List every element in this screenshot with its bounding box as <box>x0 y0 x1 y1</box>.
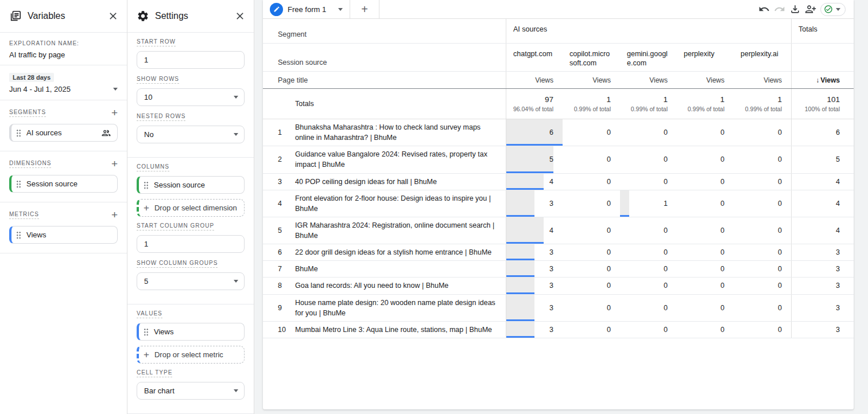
columns-label: COLUMNS <box>137 163 169 171</box>
chevron-down-icon <box>234 389 238 392</box>
views-value: 0 <box>677 128 734 136</box>
values-dropzone[interactable]: + Drop or select metric <box>137 346 245 364</box>
views-header-perplexity[interactable]: Views <box>677 72 734 88</box>
plus-icon: + <box>144 349 149 361</box>
views-value: 0 <box>563 304 620 312</box>
views-header-gemini.google.com[interactable]: Views <box>620 72 677 88</box>
drag-handle-icon[interactable] <box>16 231 21 239</box>
nested-rows-select[interactable]: No <box>137 126 245 143</box>
download-icon[interactable] <box>789 3 801 15</box>
add-segment-button[interactable]: + <box>111 107 118 118</box>
views-header-copilot.microsoft.com[interactable]: Views <box>563 72 620 88</box>
variables-icon <box>9 10 22 22</box>
views-value: 0 <box>734 200 791 208</box>
page-title-cell: Bhunaksha Maharashtra : How to check lan… <box>295 122 500 143</box>
row-header-cell: 1Bhunaksha Maharashtra : How to check la… <box>263 119 506 146</box>
start-column-group-input[interactable]: 1 <box>137 235 245 253</box>
views-value: 0 <box>734 226 791 235</box>
values-chip-label: Views <box>154 327 238 336</box>
views-header-perplexity.ai[interactable]: Views <box>734 72 791 88</box>
values-chip-views[interactable]: Views <box>137 323 245 341</box>
row-index: 7 <box>278 265 295 273</box>
table-row: 10Mumbai Metro Line 3: Aqua Line route, … <box>263 322 854 338</box>
table-body: 1Bhunaksha Maharashtra : How to check la… <box>263 119 854 338</box>
table-row: 4Front elevation for 2-floor house: Desi… <box>263 190 854 217</box>
row-total-cell: 3 <box>791 295 854 321</box>
views-value: 0 <box>563 128 620 136</box>
views-value: 3 <box>506 265 563 273</box>
views-value: 0 <box>620 248 677 256</box>
views-value: 0 <box>620 282 677 290</box>
views-value: 0 <box>734 265 791 273</box>
totals-value: 1 <box>720 95 724 104</box>
source-header-chatgpt.com[interactable]: chatgpt.com <box>506 44 563 71</box>
views-value: 0 <box>734 155 791 163</box>
cell-type-select[interactable]: Bar chart <box>137 382 245 400</box>
status-pill-button[interactable] <box>820 3 846 16</box>
variables-panel-title: Variables <box>28 11 107 21</box>
row-header-cell: 2Guidance value Bangalore 2024: Revised … <box>263 146 506 173</box>
views-value-cell: 0 <box>677 295 734 321</box>
source-header-gemini.google.com[interactable]: gemini.google.com <box>620 44 677 71</box>
undo-icon[interactable] <box>758 3 770 15</box>
close-icon[interactable] <box>107 10 119 22</box>
add-dimension-button[interactable]: + <box>111 158 118 169</box>
segment-chip-ai-sources[interactable]: AI sources <box>9 124 118 142</box>
source-header-perplexity[interactable]: perplexity <box>677 44 734 71</box>
sort-descending-icon: ↓ <box>816 76 819 84</box>
add-metric-button[interactable]: + <box>111 209 118 220</box>
dimension-chip-session-source[interactable]: Session source <box>9 175 118 193</box>
row-index: 8 <box>278 282 295 290</box>
columns-chip-session-source[interactable]: Session source <box>137 176 245 194</box>
tab-free-form-1[interactable]: Free form 1 <box>263 0 350 18</box>
row-total-cell: 3 <box>791 322 854 338</box>
views-value: 4 <box>506 226 563 235</box>
source-header-perplexity.ai[interactable]: perplexity.ai <box>734 44 791 71</box>
views-value: 1 <box>620 200 677 208</box>
drag-handle-icon[interactable] <box>144 328 149 336</box>
columns-dropzone[interactable]: + Drop or select dimension <box>137 199 245 217</box>
views-value-cell: 4 <box>506 174 563 190</box>
drag-handle-icon[interactable] <box>16 180 21 188</box>
views-value: 3 <box>506 304 563 312</box>
metric-chip-views[interactable]: Views <box>9 226 118 244</box>
views-value-cell: 0 <box>563 146 620 173</box>
tab-strip: Free form 1 + <box>263 0 854 19</box>
page-title-cell: 22 door grill design ideas for a stylish… <box>295 247 491 257</box>
views-header-chatgpt.com[interactable]: Views <box>506 72 563 88</box>
date-range-picker[interactable]: Last 28 days Jun 4 - Jul 1, 2025 <box>0 65 127 100</box>
segment-value-cell: AI sources <box>506 19 791 43</box>
totals-value-cell: 10.99% of total <box>677 89 734 119</box>
start-row-input[interactable]: 1 <box>137 51 245 69</box>
views-value: 0 <box>563 326 620 334</box>
plus-icon: + <box>144 202 149 214</box>
values-dropzone-hint: Drop or select metric <box>154 350 223 359</box>
show-rows-select[interactable]: 10 <box>137 88 245 106</box>
close-icon[interactable] <box>234 10 246 22</box>
drag-handle-icon[interactable] <box>16 129 21 137</box>
cell-type-label: CELL TYPE <box>137 369 172 377</box>
views-value-cell: 0 <box>563 295 620 321</box>
exploration-name[interactable]: AI traffic by page <box>9 50 118 59</box>
show-column-groups-select[interactable]: 5 <box>137 272 245 290</box>
drag-handle-icon[interactable] <box>144 181 149 189</box>
views-value: 5 <box>506 155 563 163</box>
row-header-cell: 5IGR Maharashtra 2024: Registration, onl… <box>263 217 506 244</box>
add-user-share-icon[interactable] <box>805 3 816 15</box>
row-total-cell: 3 <box>791 278 854 294</box>
row-total-cell: 3 <box>791 244 854 260</box>
views-value-cell: 3 <box>506 190 563 217</box>
row-total-value: 3 <box>792 265 854 273</box>
views-sorted-header[interactable]: ↓Views <box>791 72 854 88</box>
source-header-copilot.microsoft.com[interactable]: copilot.microsoft.com <box>563 44 620 71</box>
row-total-value: 5 <box>792 155 854 163</box>
table-header-metrics-row: Page title ViewsViewsViewsViewsViews↓Vie… <box>263 72 854 89</box>
views-value: 0 <box>563 155 620 163</box>
check-circle-icon <box>824 5 833 14</box>
views-value-cell: 0 <box>734 261 791 277</box>
views-value-cell: 0 <box>620 322 677 338</box>
views-value-cell: 0 <box>734 244 791 260</box>
totals-percent: 0.99% of total <box>631 106 668 112</box>
values-label: VALUES <box>137 310 162 318</box>
add-tab-button[interactable]: + <box>350 0 379 18</box>
